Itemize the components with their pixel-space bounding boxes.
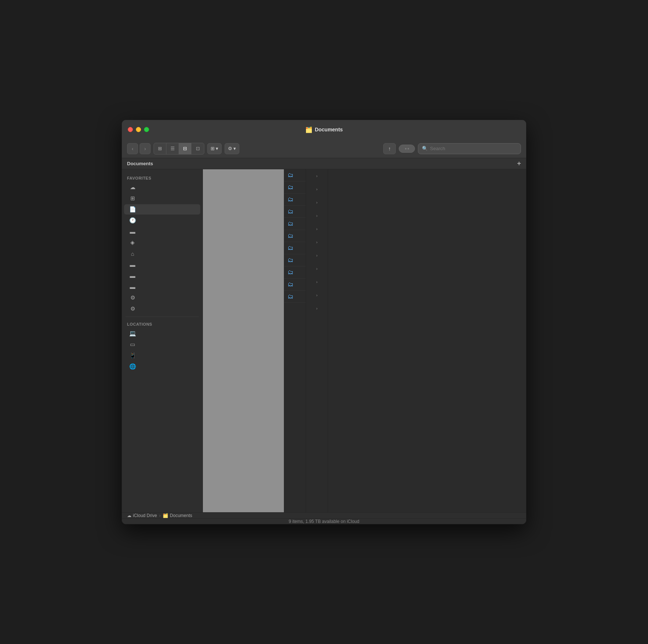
title-folder-icon: 🗂️	[305, 126, 313, 133]
list-item[interactable]: 🗂	[284, 291, 306, 303]
list-item[interactable]: 🗂	[284, 242, 306, 254]
chevron-item[interactable]: ›	[306, 222, 328, 236]
tag-button[interactable]: ● ●	[399, 145, 415, 153]
list-item[interactable]: 🗂	[284, 254, 306, 266]
view-columns-button[interactable]: ⊟	[179, 143, 191, 154]
folder-icon: 🗂	[288, 281, 293, 288]
share-button[interactable]: ↑	[383, 143, 396, 154]
sidebar-item-iphone[interactable]: 📱	[124, 350, 200, 361]
search-input[interactable]	[430, 146, 517, 151]
back-button[interactable]: ‹	[127, 143, 138, 154]
forward-button[interactable]: ›	[140, 143, 151, 154]
chevron-column: › › › › › › › › › › ›	[306, 169, 328, 512]
maximize-button[interactable]	[144, 127, 149, 132]
chevron-item[interactable]: ›	[306, 169, 328, 183]
close-button[interactable]	[128, 127, 133, 132]
view-dropdown-icon: ⊞	[211, 146, 215, 151]
folder-icon: 🗂	[288, 233, 293, 239]
view-gallery-button[interactable]: ⊡	[191, 143, 204, 154]
sidebar-item-folder3[interactable]: ▬	[124, 270, 200, 281]
home-icon: ⌂	[129, 250, 136, 257]
chevron-item[interactable]: ›	[306, 249, 328, 262]
path-icloud[interactable]: ☁ iCloud Drive	[127, 513, 157, 518]
sidebar-divider	[126, 316, 199, 317]
statusbar: ☁ iCloud Drive › 🗂️ Documents 9 items, 1…	[122, 512, 526, 524]
chevron-item[interactable]: ›	[306, 302, 328, 315]
sidebar-item-utilities[interactable]: ⚙	[124, 293, 200, 303]
chevron-item[interactable]: ›	[306, 275, 328, 289]
tag-icon: ● ●	[405, 146, 409, 151]
settings-arrow: ▾	[233, 146, 236, 151]
view-options-dropdown[interactable]: ⊞ ▾	[207, 143, 222, 154]
view-list-button[interactable]: ☰	[166, 143, 179, 154]
list-item[interactable]: 🗂	[284, 279, 306, 291]
finder-window: 🗂️ Documents ‹ › ⊞ ☰ ⊟ ⊡ ⊞ ▾ ⚙ ▾ ↑ ● ●	[122, 120, 526, 524]
sidebar-item-documents[interactable]: 📄	[124, 204, 200, 215]
folder3-icon: ▬	[129, 272, 136, 279]
folder-icon: 🗂	[288, 293, 293, 300]
pathbar-plus-button[interactable]: +	[517, 160, 521, 167]
folder-icon: 🗂	[288, 269, 293, 276]
recents-icon: 🕐	[129, 217, 136, 224]
documents-icon: 📄	[129, 206, 136, 213]
sidebar-item-desktop[interactable]: ⊞	[124, 193, 200, 204]
sidebar-item-home[interactable]: ⌂	[124, 248, 200, 259]
documents-path-label: Documents	[170, 513, 192, 518]
sidebar-item-external-drive[interactable]: ▭	[124, 339, 200, 350]
list-item[interactable]: 🗂	[284, 194, 306, 206]
folder1-icon: ▬	[129, 228, 136, 235]
columns-area: 🗂 🗂 🗂 🗂 🗂 🗂	[284, 169, 526, 512]
statusbar-path: ☁ iCloud Drive › 🗂️ Documents	[122, 513, 526, 519]
view-mode-buttons: ⊞ ☰ ⊟ ⊡	[154, 143, 204, 155]
sidebar-item-settings[interactable]: ⚙	[124, 304, 200, 314]
sidebar-item-network[interactable]: 🌐	[124, 361, 200, 372]
folder-icon: 🗂	[288, 245, 293, 251]
external-drive-icon: ▭	[129, 341, 136, 348]
path-separator: ›	[159, 513, 161, 518]
chevron-item[interactable]: ›	[306, 262, 328, 275]
settings-icon-sidebar: ⚙	[129, 305, 136, 312]
chevron-item[interactable]: ›	[306, 289, 328, 302]
icloud-drive-icon: ☁	[129, 184, 136, 191]
chevron-item[interactable]: ›	[306, 196, 328, 209]
iphone-icon: 📱	[129, 352, 136, 359]
list-item[interactable]: 🗂	[284, 206, 306, 218]
sidebar-item-folder4[interactable]: ▬	[124, 282, 200, 292]
sidebar-item-folder1[interactable]: ▬	[124, 226, 200, 237]
sidebar: Favorites ☁ ⊞ 📄 🕐 ▬ ◈ ⌂ ▬	[122, 169, 203, 512]
search-icon: 🔍	[422, 146, 428, 151]
list-item[interactable]: 🗂	[284, 230, 306, 242]
sidebar-item-icloud-drive[interactable]: ☁	[124, 182, 200, 192]
folder-icon: 🗂	[288, 220, 293, 227]
chevron-item[interactable]: ›	[306, 183, 328, 196]
locations-label: Locations	[122, 319, 202, 328]
folder-icon: 🗂	[288, 172, 293, 178]
network-icon: 🌐	[129, 363, 136, 370]
utilities-icon: ⚙	[129, 294, 136, 301]
titlebar: 🗂️ Documents	[122, 120, 526, 139]
settings-dropdown[interactable]: ⚙ ▾	[225, 143, 239, 154]
sidebar-item-applications[interactable]: ◈	[124, 237, 200, 248]
list-item[interactable]: 🗂	[284, 266, 306, 279]
pathbar: Documents +	[122, 158, 526, 169]
view-dropdown-arrow: ▾	[216, 146, 218, 151]
chevron-item[interactable]: ›	[306, 236, 328, 249]
folder-icon: 🗂	[288, 208, 293, 215]
search-box[interactable]: 🔍	[418, 143, 521, 154]
list-item[interactable]: 🗂	[284, 218, 306, 230]
list-item[interactable]: 🗂	[284, 169, 306, 181]
traffic-lights	[128, 127, 149, 132]
folder-icon: 🗂	[288, 257, 293, 263]
view-icon-button[interactable]: ⊞	[154, 143, 166, 154]
statusbar-info: 9 items, 1.95 TB available on iCloud	[122, 519, 526, 524]
minimize-button[interactable]	[136, 127, 141, 132]
sidebar-item-folder2[interactable]: ▬	[124, 259, 200, 270]
path-documents[interactable]: 🗂️ Documents	[163, 513, 192, 518]
window-title: Documents	[315, 127, 343, 132]
sidebar-item-recents[interactable]: 🕐	[124, 215, 200, 226]
sidebar-item-macbook[interactable]: 💻	[124, 328, 200, 339]
pathbar-title: Documents	[127, 161, 153, 166]
chevron-item[interactable]: ›	[306, 209, 328, 222]
folder-icon: 🗂	[288, 184, 293, 191]
list-item[interactable]: 🗂	[284, 181, 306, 194]
